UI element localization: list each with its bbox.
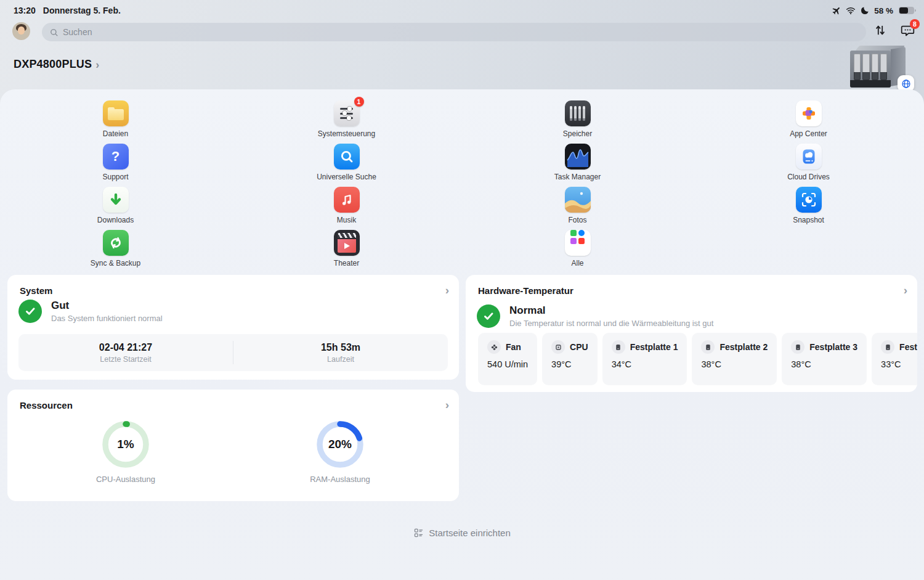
search-app-icon [334, 144, 360, 170]
resources-card: Ressourcen › 1% CPU-Auslastung 20% R [7, 390, 459, 501]
app-label: Theater [334, 259, 359, 268]
globe-icon [901, 78, 912, 89]
status-date: Donnerstag 5. Feb. [43, 6, 121, 15]
sensor-value: 38°C [701, 359, 768, 369]
wifi-icon [846, 6, 856, 15]
system-stats-panel: 02-04 21:27 Letzte Startzeit 15h 53m Lau… [18, 334, 448, 371]
app-label: Universelle Suche [317, 173, 376, 181]
sensor-fan: Fan 540 U/min [478, 333, 537, 385]
app-musik[interactable]: Musik [231, 187, 462, 230]
layout-edit-icon [413, 528, 424, 538]
all-apps-icon [565, 230, 591, 256]
temperature-status-desc: Die Temperatur ist normal und die Wärmea… [509, 319, 713, 328]
user-avatar[interactable] [12, 22, 30, 40]
sensor-value: 34°C [612, 359, 678, 369]
status-time: 13:20 [14, 6, 36, 15]
sensor-disk-4: Festplatte 4 33°C [872, 333, 917, 385]
disk-icon [701, 340, 715, 354]
battery-icon [899, 7, 914, 15]
system-card-header[interactable]: System › [20, 284, 449, 297]
chevron-right-icon: › [445, 284, 449, 297]
card-title: Ressourcen [20, 400, 73, 410]
status-bar: 13:20 Donnerstag 5. Feb. 58 % [0, 0, 924, 18]
app-cloud-drives[interactable]: Cloud Drives [693, 144, 924, 187]
edit-home-button[interactable]: Startseite einrichten [0, 528, 924, 538]
folder-icon [103, 100, 129, 126]
sensor-cpu: CPU 39°C [542, 333, 598, 385]
disk-icon [881, 340, 894, 354]
snapshot-icon [796, 187, 822, 213]
nas-home-screen: 13:20 Donnerstag 5. Feb. 58 % 8 [0, 0, 924, 580]
resources-card-header[interactable]: Ressourcen › [20, 398, 449, 412]
app-label: Downloads [97, 216, 134, 224]
app-universelle-suche[interactable]: Universelle Suche [231, 144, 462, 187]
sensor-row[interactable]: Fan 540 U/min CPU 39°C Festp [478, 333, 917, 385]
app-snapshot[interactable]: Snapshot [693, 187, 924, 230]
sensor-name: CPU [570, 342, 588, 352]
theater-clapper-icon [334, 230, 360, 256]
sensor-disk-3: Festplatte 3 38°C [782, 333, 867, 385]
hardware-temperature-card: Hardware-Temperatur › Normal Die Tempera… [466, 275, 917, 392]
question-icon [103, 144, 129, 170]
device-header[interactable]: DXP4800PLUS › [14, 58, 99, 71]
stat-label: Letzte Startzeit [100, 355, 151, 364]
photos-icon [565, 187, 591, 213]
temperature-status-title: Normal [509, 304, 713, 317]
card-title: System [20, 285, 52, 296]
app-label: App Center [790, 129, 827, 138]
cpu-usage-gauge: 1% CPU-Auslastung [102, 420, 150, 484]
app-label: Snapshot [793, 216, 824, 224]
search-bar[interactable] [42, 23, 866, 41]
system-status: Gut Das System funktioniert normal [18, 300, 163, 323]
sensor-disk-2: Festplatte 2 38°C [692, 333, 777, 385]
app-label: Speicher [563, 129, 592, 138]
sensor-name: Festplatte 1 [630, 342, 678, 352]
transfer-tasks-button[interactable] [872, 22, 888, 38]
download-arrow-icon [103, 187, 129, 213]
task-graph-icon [565, 144, 591, 170]
cpu-usage-value: 1% [102, 420, 150, 468]
ram-usage-gauge: 20% RAM-Auslastung [316, 420, 364, 484]
fan-icon [487, 340, 501, 354]
ram-usage-label: RAM-Auslastung [285, 475, 395, 484]
messages-button[interactable]: 8 [899, 22, 915, 38]
app-alle[interactable]: Alle [462, 230, 693, 273]
chevron-right-icon: › [904, 284, 907, 297]
app-label: Alle [571, 259, 583, 268]
device-name: DXP4800PLUS [14, 58, 92, 71]
sensor-name: Fan [506, 342, 521, 352]
cpu-icon [551, 340, 565, 354]
app-systemsteuerung[interactable]: 1 Systemsteuerung [231, 100, 462, 144]
app-label: Sync & Backup [91, 259, 140, 268]
storage-bays-icon [565, 100, 591, 126]
app-sync-backup[interactable]: Sync & Backup [0, 230, 231, 273]
stat-value: 15h 53m [321, 342, 360, 353]
temperature-card-header[interactable]: Hardware-Temperatur › [478, 284, 907, 297]
app-label: Task Manager [554, 173, 601, 181]
disk-icon [791, 340, 804, 354]
toolbar: 8 [0, 22, 924, 42]
system-status-desc: Das System funktioniert normal [51, 314, 163, 323]
control-sliders-icon: 1 [334, 100, 360, 126]
check-circle-icon [477, 304, 500, 328]
app-theater[interactable]: Theater [231, 230, 462, 273]
music-note-icon [334, 187, 360, 213]
sensor-value: 39°C [551, 359, 588, 369]
system-card: System › Gut Das System funktioniert nor… [7, 275, 459, 380]
search-input[interactable] [63, 27, 792, 37]
sensor-disk-1: Festplatte 1 34°C [602, 333, 687, 385]
disk-icon [612, 340, 625, 354]
app-fotos[interactable]: Fotos [462, 187, 693, 230]
message-count-badge: 8 [910, 19, 920, 29]
app-task-manager[interactable]: Task Manager [462, 144, 693, 187]
sync-arrows-icon [103, 230, 129, 256]
app-app-center[interactable]: App Center [693, 100, 924, 144]
app-speicher[interactable]: Speicher [462, 100, 693, 144]
app-grid: Dateien 1 Systemsteuerung Speicher App C… [0, 100, 924, 273]
sensor-value: 540 U/min [487, 359, 528, 369]
app-dateien[interactable]: Dateien [0, 100, 231, 144]
app-support[interactable]: Support [0, 144, 231, 187]
app-downloads[interactable]: Downloads [0, 187, 231, 230]
sensor-value: 38°C [791, 359, 857, 369]
app-label: Fotos [568, 216, 586, 224]
